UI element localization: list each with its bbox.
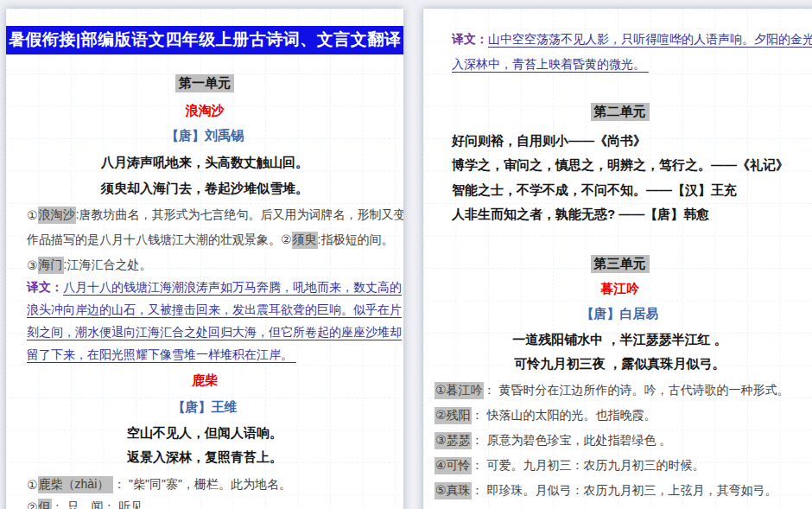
quote-line-segment: 智能之士，不学不成，不问不知。——【汉】王充 — [452, 182, 737, 199]
unit-heading: 第二单元 — [452, 100, 788, 123]
annotation-line-segment: 须臾 — [292, 232, 318, 249]
annotation-line: ③海门:江海汇合之处。 — [27, 254, 383, 277]
annotation-line-segment: ⑤真珠 — [435, 482, 472, 499]
annotation-line-segment: ： "柴"同"寨"，栅栏。此为地名。 — [113, 477, 291, 493]
verse-line-segment: 空山不见人，但闻人语响。 — [127, 425, 282, 442]
quote-line: 博学之，审问之，慎思之，明辨之，笃行之。——《礼记》 — [452, 154, 788, 176]
page-right-content: 译文：山中空空荡荡不见人影，只听得喧哗的人语声响。夕阳的金光射入深林中，青苔上映… — [423, 9, 812, 502]
page-left: 暑假衔接|部编版语文四年级上册古诗词、文言文翻译第一单元浪淘沙【唐】刘禹锡八月涛… — [6, 9, 403, 509]
annotation-line-segment: ： 黄昏时分在江边所作的诗。吟，古代诗歌的一种形式。 — [484, 383, 790, 398]
poem-author-segment: 【唐】刘禹锡 — [166, 128, 244, 144]
translation-line-segment: 译文： — [452, 32, 488, 48]
annotation-line-segment: ① — [27, 208, 38, 222]
verse-line-segment: 须臾却入海门去，卷起沙堆似雪堆。 — [101, 181, 308, 197]
annotation-line-segment: ① — [27, 478, 38, 492]
translation-line: 译文：山中空空荡荡不见人影，只听得喧哗的人语声响。夕阳的金光射 — [452, 29, 788, 51]
annotation-line-segment: ③ — [27, 258, 38, 272]
annotation-line-segment: :唐教坊曲名，其形式为七言绝句。后又用为词牌名，形制又变。 — [76, 207, 403, 223]
verse-line-segment: 可怜九月初三夜 ，露似真珠月似弓。 — [514, 356, 725, 372]
poem-author: 【唐】王维 — [27, 396, 383, 418]
verse-line: 一道残阳铺水中 ，半江瑟瑟半江红 。 — [452, 328, 788, 351]
verse-line: 空山不见人，但闻人语响。 — [27, 422, 383, 444]
unit-heading-segment: 第一单元 — [175, 74, 234, 92]
annotation-line: ①浪淘沙:唐教坊曲名，其形式为七言绝句。后又用为词牌名，形制又变。 — [27, 204, 383, 226]
poem-author-segment: 【唐】王维 — [173, 399, 238, 416]
poem-author-segment: 【唐】白居易 — [581, 306, 659, 322]
annotation-line-segment: ： 即珍珠。月似弓：农历九月初三，上弦月，其弯如弓。 — [472, 483, 777, 499]
quote-line: 智能之士，不学不成，不问不知。——【汉】王充 — [452, 179, 788, 201]
translation-line-segment: 刻之间，潮水便退向江海汇合之处回归大海，但它所卷起的座座沙堆却 — [27, 325, 402, 340]
quote-line-segment: 博学之，审问之，慎思之，明辨之，笃行之。——《礼记》 — [452, 157, 789, 174]
annotation-line-segment: 但 — [38, 499, 52, 509]
annotation-line: ⑤真珠： 即珍珠。月似弓：农历九月初三，上弦月，其弯如弓。 — [435, 480, 788, 502]
quote-line: 好问则裕，自用则小——《尚书》 — [452, 130, 788, 152]
annotation-line-segment: ①暮江吟 — [435, 382, 484, 399]
annotation-line-segment: 浪淘沙 — [38, 207, 76, 224]
annotation-line-segment: ： 快落山的太阳的光。也指晚霞。 — [472, 408, 657, 423]
annotation-line-segment: 海门 — [38, 257, 64, 274]
page-left-content: 暑假衔接|部编版语文四年级上册古诗词、文言文翻译第一单元浪淘沙【唐】刘禹锡八月涛… — [6, 9, 403, 509]
annotation-line-segment: :江海汇合之处。 — [64, 258, 152, 273]
annotation-line-segment: 鹿柴（zhài） — [38, 476, 114, 493]
annotation-line-segment: ④可怜 — [435, 457, 472, 474]
annotation-line: ②但： 只。闻： 听见。 — [27, 496, 383, 509]
annotation-line-segment: ② — [27, 500, 38, 509]
unit-heading: 第一单元 — [27, 72, 383, 94]
document-title: 暑假衔接|部编版语文四年级上册古诗词、文言文翻译 — [27, 27, 383, 53]
annotation-line: ①鹿柴（zhài） ： "柴"同"寨"，栅栏。此为地名。 — [27, 474, 383, 496]
annotation-line-segment: ： 可爱。九月初三：农历九月初三的时候。 — [472, 458, 705, 474]
annotation-line-segment: ③瑟瑟 — [435, 432, 472, 449]
verse-line-segment: 返景入深林，复照青苔上。 — [127, 449, 282, 466]
poem-title-segment: 鹿柴 — [192, 372, 218, 389]
poem-title: 鹿柴 — [27, 369, 383, 391]
annotation-line: 作品描写的是八月十八钱塘江大潮的壮观景象。②须臾:指极短的间。 — [27, 229, 383, 251]
quote-line-segment: 好问则裕，自用则小——《尚书》 — [452, 133, 646, 150]
translation-line: 浪头冲向岸边的山石，又被撞击回来，发出震耳欲聋的巨响。似乎在片 — [27, 299, 383, 321]
translation-line: 留了下来，在阳光照耀下像雪堆一样堆积在江岸。 — [27, 344, 383, 366]
verse-line-segment: 八月涛声吼地来，头高数丈触山回。 — [101, 155, 308, 171]
annotation-line: ④可怜： 可爱。九月初三：农历九月初三的时候。 — [435, 455, 788, 477]
verse-line: 返景入深林，复照青苔上。 — [27, 446, 383, 468]
annotation-line: ③瑟瑟： 原意为碧色珍宝，此处指碧绿色 。 — [435, 429, 788, 452]
unit-heading-segment: 第二单元 — [591, 103, 650, 121]
translation-line: 译文：八月十八的钱塘江海潮浪涛声如万马奔腾，吼地而来，数丈高的 — [27, 277, 383, 299]
document-canvas: 暑假衔接|部编版语文四年级上册古诗词、文言文翻译第一单元浪淘沙【唐】刘禹锡八月涛… — [0, 0, 812, 509]
unit-heading: 第三单元 — [452, 252, 788, 275]
quote-line: 人非生而知之者，孰能无惑? ——【唐】韩愈 — [452, 203, 788, 226]
poem-title: 暮江吟 — [452, 277, 788, 300]
translation-line-segment: 山中空空荡荡不见人影，只听得喧哗的人语声响。夕阳的金光射 — [488, 32, 812, 48]
page-right: 译文：山中空空荡荡不见人影，只听得喧哗的人语声响。夕阳的金光射入深林中，青苔上映… — [423, 9, 812, 509]
translation-line-segment: 入深林中，青苔上映着昏黄的微光。 — [452, 57, 649, 73]
translation-line-segment: 八月十八的钱塘江海潮浪涛声如万马奔腾，吼地而来，数丈高的 — [63, 280, 402, 296]
translation-line: 入深林中，青苔上映着昏黄的微光。 — [452, 54, 788, 76]
unit-heading-segment: 第三单元 — [591, 255, 650, 273]
annotation-line-segment: :指极短的间。 — [318, 232, 394, 248]
annotation-line-segment: ： 原意为碧色珍宝，此处指碧绿色 。 — [472, 433, 672, 449]
annotation-line: ①暮江吟： 黄昏时分在江边所作的诗。吟，古代诗歌的一种形式。 — [435, 379, 788, 402]
poem-author: 【唐】刘禹锡 — [27, 124, 383, 147]
annotation-line-segment: ②残阳 — [435, 407, 472, 424]
annotation-line: ②残阳： 快落山的太阳的光。也指晚霞。 — [435, 404, 788, 427]
verse-line-segment: 一道残阳铺水中 ，半江瑟瑟半江红 。 — [512, 332, 726, 348]
poem-title: 浪淘沙 — [27, 99, 383, 122]
poem-author: 【唐】白居易 — [452, 302, 788, 325]
translation-line-segment: 译文： — [27, 280, 63, 296]
translation-line-segment: 留了下来，在阳光照耀下像雪堆一样堆积在江岸。 — [27, 347, 296, 363]
verse-line: 可怜九月初三夜 ，露似真珠月似弓。 — [452, 353, 788, 375]
poem-title-segment: 浪淘沙 — [186, 103, 225, 119]
translation-line-segment: 浪头冲向岸边的山石，又被撞击回来，发出震耳欲聋的巨响。似乎在片 — [27, 302, 402, 318]
quote-line-segment: 人非生而知之者，孰能无惑? ——【唐】韩愈 — [452, 207, 709, 223]
annotation-line-segment: ： 只。闻： 听见。 — [52, 499, 155, 509]
poem-title-segment: 暮江吟 — [600, 281, 639, 297]
verse-line: 八月涛声吼地来，头高数丈触山回。 — [27, 151, 383, 174]
verse-line: 须臾却入海门去，卷起沙堆似雪堆。 — [27, 177, 383, 200]
document-title-segment: 暑假衔接|部编版语文四年级上册古诗词、文言文翻译 — [6, 26, 403, 54]
annotation-line-segment: 作品描写的是八月十八钱塘江大潮的壮观景象。② — [27, 232, 292, 248]
translation-line: 刻之间，潮水便退向江海汇合之处回归大海，但它所卷起的座座沙堆却 — [27, 321, 383, 344]
